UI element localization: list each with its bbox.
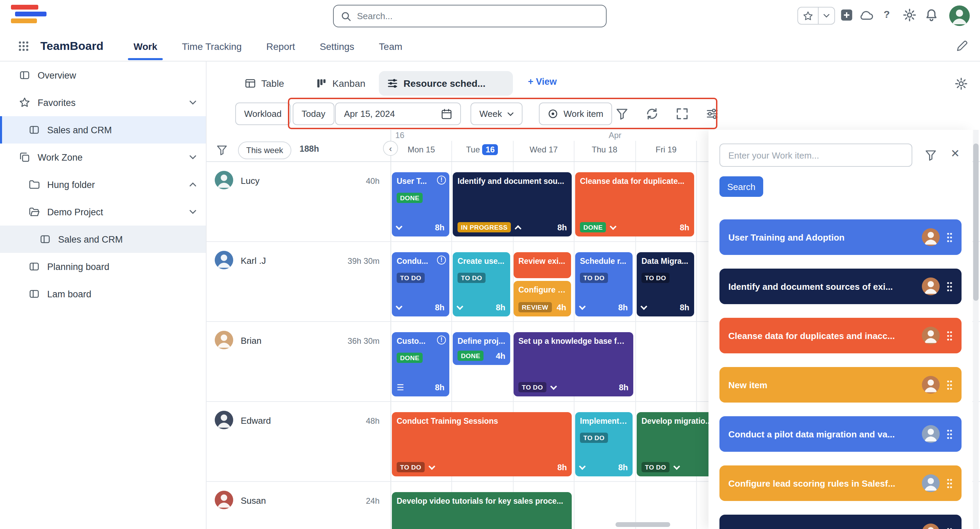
app-logo [11, 5, 46, 27]
add-view-button[interactable]: + View [528, 76, 557, 87]
sidebar-item-sales-and-crm[interactable]: Sales and CRM [0, 116, 206, 143]
add-icon[interactable] [840, 8, 853, 22]
panel-search-button[interactable]: Search [719, 176, 763, 197]
panel-work-item[interactable]: New item [719, 367, 961, 403]
help-icon[interactable]: ? [884, 8, 890, 20]
calendar-icon [441, 108, 452, 119]
filter-icon[interactable] [616, 107, 628, 120]
sidebar-item-lam-board[interactable]: Lam board [0, 280, 206, 308]
work-item-card[interactable]: Cleanse data for duplicate... DONE8h [575, 172, 694, 237]
work-item-search-input[interactable] [719, 143, 912, 167]
panel-work-item[interactable] [719, 515, 961, 529]
people-filter-icon[interactable] [216, 144, 228, 156]
view-settings-gear-icon[interactable] [955, 77, 968, 90]
collapse-people-column-button[interactable]: ‹ [383, 141, 398, 156]
drag-handle-icon[interactable] [947, 429, 953, 439]
panel-work-item[interactable]: User Training and Adoption [719, 219, 961, 255]
work-item-card[interactable]: Set up a knowledge base for FAQs TO DO8h [514, 332, 633, 396]
favorites-dropdown[interactable] [797, 7, 835, 25]
sidebar-item-work-zone[interactable]: Work Zone [0, 143, 206, 171]
view-tab-table[interactable]: Table [237, 71, 292, 96]
vertical-scrollbar-thumb[interactable] [973, 143, 978, 301]
chevron-down-icon[interactable] [579, 303, 586, 310]
chevron-down-icon[interactable] [189, 155, 196, 159]
close-icon[interactable]: ✕ [951, 147, 960, 160]
drag-handle-icon[interactable] [947, 232, 953, 242]
nav-tab-report[interactable]: Report [266, 41, 295, 52]
work-item-card[interactable]: Develop video tutorials for key sales pr… [392, 492, 572, 529]
work-item-card[interactable]: Schedule r... TO DO 8h [575, 252, 633, 316]
chevron-down-icon[interactable] [610, 223, 617, 230]
cloud-icon[interactable] [859, 8, 874, 22]
chevron-down-icon[interactable] [189, 100, 196, 105]
work-item-card[interactable]: Configure l... REVIEW4h [514, 281, 571, 316]
nav-tab-team[interactable]: Team [379, 41, 402, 52]
drag-handle-icon[interactable] [947, 380, 953, 390]
work-item-card[interactable]: Identify and document sou... IN PROGRESS… [453, 172, 572, 237]
drag-handle-icon[interactable] [947, 281, 953, 291]
work-item-card[interactable]: ! Custo... DONE ☰8h [392, 332, 449, 396]
sidebar-item-overview[interactable]: Overview [0, 62, 206, 89]
sidebar-item-demo-project[interactable]: Demo Project [0, 198, 206, 226]
chevron-down-icon[interactable] [189, 210, 196, 214]
chevron-down-icon[interactable] [673, 463, 680, 470]
sidebar-item-favorites[interactable]: Favorites [0, 89, 206, 116]
work-item-card[interactable]: Define proj... DONE4h [453, 332, 510, 365]
work-item-card[interactable]: Review exi... [514, 252, 571, 278]
today-button[interactable]: Today [293, 103, 334, 125]
edit-pencil-icon[interactable] [956, 40, 968, 52]
work-item-card[interactable]: ! Condu... TO DO 8h [392, 252, 449, 316]
range-select[interactable]: Week [471, 103, 522, 125]
panel-work-item[interactable]: Cleanse data for duplicates and inacc... [719, 318, 961, 353]
work-item-card[interactable]: Create use... TO DO 8h [453, 252, 510, 316]
bell-icon[interactable] [924, 8, 938, 22]
chevron-down-icon[interactable] [579, 463, 586, 470]
sliders-icon[interactable] [706, 107, 719, 120]
menu-icon[interactable]: ☰ [397, 383, 404, 392]
view-tab-resource-scheduling[interactable]: Resource sched... [379, 71, 513, 96]
nav-tab-time-tracking[interactable]: Time Tracking [182, 41, 242, 52]
work-item-card[interactable]: Data Migra... TO DO 8h [637, 252, 694, 316]
sidebar-item-sales-and-crm-nested[interactable]: Sales and CRM [0, 226, 206, 253]
gear-icon[interactable] [903, 8, 916, 22]
chevron-down-icon[interactable] [396, 223, 402, 230]
drag-handle-icon[interactable] [947, 478, 953, 488]
star-icon[interactable] [798, 8, 818, 24]
chevron-down-icon[interactable] [396, 303, 402, 310]
drag-handle-icon[interactable] [947, 330, 953, 341]
this-week-pill[interactable]: This week [238, 141, 291, 159]
search-input[interactable] [357, 11, 599, 21]
app-switcher-icon[interactable] [18, 40, 29, 52]
chevron-up-icon[interactable] [515, 225, 522, 232]
workload-button[interactable]: Workload [235, 103, 290, 125]
person-name: Karl .J [241, 256, 266, 266]
chevron-up-icon[interactable] [189, 183, 196, 187]
work-item-card[interactable]: ! User T... DONE 8h [392, 172, 449, 237]
chevron-down-icon[interactable] [457, 303, 463, 310]
panel-work-item[interactable]: Configure lead scoring rules in Salesf..… [719, 465, 961, 501]
work-item-card[interactable]: Implement ... TO DO 8h [575, 412, 633, 477]
view-tab-kanban[interactable]: Kanban [308, 71, 374, 96]
chevron-down-icon[interactable] [550, 383, 557, 389]
assignee-avatar [922, 425, 940, 443]
day-header-tue: Tue 16 [451, 145, 513, 154]
fullscreen-icon[interactable] [676, 107, 689, 120]
user-avatar[interactable] [949, 5, 970, 26]
nav-tab-settings[interactable]: Settings [320, 41, 354, 52]
chevron-down-icon[interactable] [818, 8, 834, 24]
panel-work-item[interactable]: Identify and document sources of exi... [719, 268, 961, 304]
chevron-down-icon[interactable] [640, 303, 647, 310]
sidebar-item-hung-folder[interactable]: Hung folder [0, 171, 206, 198]
work-item-select[interactable]: Work item [539, 103, 612, 125]
date-picker[interactable]: Apr 15, 2024 [335, 103, 461, 125]
drag-handle-icon[interactable] [947, 527, 953, 529]
horizontal-scrollbar-thumb[interactable] [616, 522, 670, 527]
sidebar-item-planning-board[interactable]: Planning board [0, 253, 206, 280]
nav-tab-work[interactable]: Work [134, 41, 158, 52]
refresh-icon[interactable] [646, 107, 659, 120]
panel-filter-icon[interactable] [924, 149, 937, 161]
global-search[interactable] [333, 5, 606, 27]
panel-work-item[interactable]: Conduct a pilot data migration and va... [719, 416, 961, 452]
work-item-card[interactable]: Conduct Training Sessions TO DO8h [392, 412, 572, 477]
chevron-down-icon[interactable] [428, 463, 435, 470]
